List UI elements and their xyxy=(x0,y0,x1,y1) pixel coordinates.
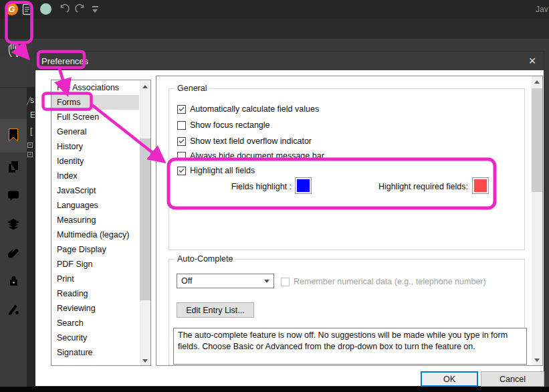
autocomplete-group-legend: Auto-Complete xyxy=(175,254,235,264)
scroll-up-icon[interactable] xyxy=(532,76,542,87)
security-icon[interactable] xyxy=(6,273,21,289)
category-item[interactable]: History xyxy=(51,139,139,154)
general-group-legend: General xyxy=(175,84,209,93)
new-document-icon[interactable] xyxy=(22,3,33,15)
pages-icon[interactable] xyxy=(6,159,21,175)
checkbox-row-focus-rectangle[interactable]: Show focus rectangle xyxy=(177,120,270,130)
checkbox-disabled xyxy=(281,278,290,286)
checkbox[interactable] xyxy=(177,105,186,114)
record-circle-icon[interactable] xyxy=(40,3,51,15)
category-item[interactable]: File Associations xyxy=(51,80,139,95)
panel-scrollbar[interactable] xyxy=(532,76,542,365)
checkbox[interactable] xyxy=(177,152,186,161)
comments-icon[interactable] xyxy=(6,188,21,204)
scrollbar-thumb[interactable] xyxy=(140,138,150,300)
checkbox-label: Highlight all fields xyxy=(190,166,255,175)
cancel-button[interactable]: Cancel xyxy=(481,371,544,387)
window-title-fragment: Jav xyxy=(536,5,548,14)
menu-bar: File Home Comment View Form Protect Foxi… xyxy=(0,19,549,39)
attachments-icon[interactable] xyxy=(6,245,21,261)
tree-expander-fragment: + xyxy=(27,142,33,148)
scroll-up-icon[interactable] xyxy=(140,81,150,92)
category-item[interactable]: Measuring xyxy=(51,213,139,227)
checkbox-row-hide-message-bar[interactable]: Always hide document message bar xyxy=(177,151,324,161)
text-fragment: E xyxy=(30,110,35,120)
foxit-app-window: G Jav File Home Comment View Form Protec… xyxy=(0,0,549,392)
checkbox-label: Show focus rectangle xyxy=(190,120,270,130)
category-item[interactable]: Reading xyxy=(51,286,139,301)
category-item[interactable]: Reviewing xyxy=(51,301,139,316)
checkbox-row-auto-calculate[interactable]: Automatically calculate field values xyxy=(177,104,319,114)
preferences-dialog: Preferences × File Associations Forms Fu… xyxy=(35,51,544,387)
text-fragment: [ xyxy=(30,126,32,136)
checkbox-row-highlight-all-fields[interactable]: Highlight all fields xyxy=(177,165,255,176)
checkbox-row-overflow-indicator[interactable]: Show text field overflow indicator xyxy=(177,136,312,146)
customize-toolbar-icon[interactable] xyxy=(92,6,98,13)
category-item[interactable]: Page Display xyxy=(51,242,139,257)
background-panel-strip: s E [ + + xyxy=(27,88,35,387)
required-fields-label: Highlight required fields: xyxy=(369,182,468,191)
category-item[interactable]: JavaScript xyxy=(51,183,139,198)
undo-icon[interactable] xyxy=(58,4,70,15)
checkbox[interactable] xyxy=(177,137,186,146)
category-list-scrollbar[interactable] xyxy=(140,81,150,366)
category-item[interactable]: Search xyxy=(51,316,139,330)
layers-icon[interactable] xyxy=(6,217,21,233)
category-item[interactable]: Security xyxy=(51,330,139,345)
checkbox[interactable] xyxy=(177,167,186,175)
checkbox-label: Show text field overflow indicator xyxy=(190,136,312,146)
dialog-title: Preferences xyxy=(41,56,88,66)
bookmarks-icon[interactable] xyxy=(6,127,21,143)
fields-highlight-label: Fields highlight : xyxy=(196,182,292,191)
autocomplete-mode-value: Off xyxy=(181,276,192,286)
category-item-forms[interactable]: Forms xyxy=(51,95,139,110)
foxit-logo: G xyxy=(5,3,18,15)
redo-icon[interactable] xyxy=(75,4,87,15)
ok-button[interactable]: OK xyxy=(421,371,478,387)
dialog-title-bar: Preferences × xyxy=(35,52,544,70)
preferences-category-list: File Associations Forms Full Screen Gene… xyxy=(51,80,151,366)
required-fields-color-button[interactable] xyxy=(472,177,489,194)
category-item[interactable]: Print xyxy=(51,272,139,286)
category-item[interactable]: Index xyxy=(51,169,139,183)
tab-text-fragment: s xyxy=(30,96,34,105)
scroll-down-icon[interactable] xyxy=(140,355,150,366)
autocomplete-mode-dropdown[interactable]: Off xyxy=(177,274,274,288)
required-fields-color xyxy=(474,179,487,192)
checkbox-label: Always hide document message bar xyxy=(190,151,324,161)
fields-highlight-color-button[interactable] xyxy=(295,177,312,194)
quick-access-bar: G Jav xyxy=(0,0,549,19)
category-item[interactable]: Languages xyxy=(51,198,139,213)
preferences-content-panel: General Automatically calculate field va… xyxy=(156,76,543,366)
scrollbar-thumb[interactable] xyxy=(532,88,542,192)
chevron-down-icon xyxy=(264,280,269,283)
category-item[interactable]: Signature xyxy=(51,345,139,360)
category-item[interactable]: Full Screen xyxy=(51,110,139,124)
category-item[interactable]: Multimedia (legacy) xyxy=(51,227,139,242)
checkbox-label: Remember numerical data (e.g., telephone… xyxy=(294,277,486,286)
fields-highlight-color xyxy=(297,179,310,192)
scroll-down-icon[interactable] xyxy=(532,355,542,365)
general-group: General Automatically calculate field va… xyxy=(169,88,525,250)
category-item[interactable]: PDF Sign xyxy=(51,257,139,272)
window-bottom-edge xyxy=(0,387,549,392)
checkbox[interactable] xyxy=(177,121,186,130)
category-item[interactable]: Identity xyxy=(51,154,139,169)
checkbox-label: Automatically calculate field values xyxy=(190,104,319,114)
checkbox-row-remember-numerical: Remember numerical data (e.g., telephone… xyxy=(281,276,486,287)
close-icon[interactable]: × xyxy=(525,53,540,69)
edit-entry-list-button[interactable]: Edit Entry List... xyxy=(177,302,254,318)
signature-icon[interactable] xyxy=(6,301,21,317)
category-item[interactable]: General xyxy=(51,124,139,139)
tree-expander-fragment: + xyxy=(27,152,33,157)
autocomplete-info-text: The auto-complete feature is now off. No… xyxy=(173,328,527,365)
